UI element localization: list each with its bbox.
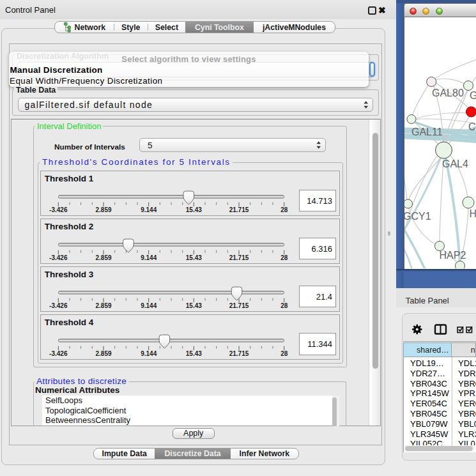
svg-text:15.43: 15.43 [186,350,202,357]
svg-text:2.859: 2.859 [96,255,112,262]
svg-text:2.859: 2.859 [96,302,112,309]
svg-text:-3.426: -3.426 [49,350,68,357]
svg-text:2.859: 2.859 [96,350,112,357]
svg-text:-3.426: -3.426 [49,255,68,262]
svg-text:GAL80: GAL80 [432,88,464,98]
svg-text:28: 28 [280,255,288,262]
svg-text:GCY1: GCY1 [404,211,431,222]
svg-text:-3.426: -3.426 [49,207,68,214]
svg-text:-3.426: -3.426 [49,302,68,309]
svg-text:9.144: 9.144 [141,207,157,214]
svg-text:15.43: 15.43 [186,207,202,214]
svg-text:HAP2: HAP2 [439,250,466,261]
svg-text:21.715: 21.715 [229,350,249,357]
svg-text:15.43: 15.43 [186,255,202,262]
svg-text:28: 28 [280,302,288,309]
svg-text:9.144: 9.144 [141,350,157,357]
svg-text:21.715: 21.715 [229,255,249,262]
svg-text:2.859: 2.859 [96,207,112,214]
svg-text:28: 28 [280,207,288,214]
svg-text:21.715: 21.715 [229,207,249,214]
svg-text:GAL4: GAL4 [442,158,468,169]
svg-text:H: H [469,208,476,219]
svg-text:9.144: 9.144 [141,255,157,262]
svg-text:21.715: 21.715 [229,302,249,309]
svg-text:28: 28 [280,350,288,357]
svg-text:GA: GA [470,90,476,101]
svg-text:9.144: 9.144 [141,302,157,309]
svg-text:GAL11: GAL11 [411,127,443,137]
svg-text:C: C [468,121,476,132]
svg-text:15.43: 15.43 [186,302,202,309]
